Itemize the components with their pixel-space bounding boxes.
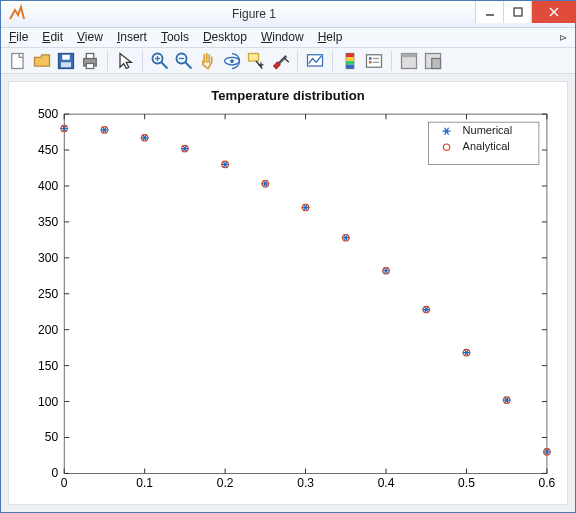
menu-bar: File Edit View Insert Tools Desktop Wind… xyxy=(1,28,575,48)
svg-line-14 xyxy=(185,62,191,68)
toolbar xyxy=(1,48,575,75)
menu-insert[interactable]: Insert xyxy=(117,30,147,44)
svg-text:0.5: 0.5 xyxy=(458,477,475,491)
chart-svg: Temperature distribution00.10.20.30.40.5… xyxy=(9,82,567,504)
svg-text:450: 450 xyxy=(38,144,58,158)
svg-rect-26 xyxy=(367,54,382,67)
svg-text:50: 50 xyxy=(45,431,59,445)
svg-text:0.4: 0.4 xyxy=(378,477,395,491)
toolbar-separator xyxy=(332,51,333,71)
svg-rect-32 xyxy=(402,53,417,57)
rotate-3d-button[interactable] xyxy=(221,50,243,72)
legend-label: Analytical xyxy=(463,141,510,153)
menu-tools[interactable]: Tools xyxy=(161,30,189,44)
svg-text:300: 300 xyxy=(38,251,58,265)
svg-text:100: 100 xyxy=(38,395,58,409)
toolbar-separator xyxy=(107,51,108,71)
svg-rect-18 xyxy=(249,53,259,61)
svg-text:0.6: 0.6 xyxy=(539,477,556,491)
maximize-button[interactable] xyxy=(503,1,531,23)
menu-edit[interactable]: Edit xyxy=(42,30,63,44)
svg-rect-7 xyxy=(86,53,94,58)
window-title: Figure 1 xyxy=(33,7,475,21)
svg-text:150: 150 xyxy=(38,359,58,373)
toolbar-separator xyxy=(391,51,392,71)
svg-rect-5 xyxy=(61,62,71,67)
svg-point-17 xyxy=(230,59,234,63)
menu-help[interactable]: Help xyxy=(318,30,343,44)
svg-text:400: 400 xyxy=(38,179,58,193)
menu-window[interactable]: Window xyxy=(261,30,304,44)
svg-rect-35 xyxy=(64,115,547,474)
svg-text:250: 250 xyxy=(38,287,58,301)
svg-line-10 xyxy=(161,62,167,68)
save-button[interactable] xyxy=(55,50,77,72)
svg-text:0.3: 0.3 xyxy=(297,477,314,491)
matlab-icon xyxy=(7,4,27,24)
svg-text:350: 350 xyxy=(38,215,58,229)
title-bar: Figure 1 xyxy=(1,1,575,28)
dock-figure-button[interactable] xyxy=(422,50,444,72)
svg-rect-1 xyxy=(514,8,522,16)
svg-rect-25 xyxy=(346,64,354,68)
insert-colorbar-button[interactable] xyxy=(339,50,361,72)
hide-tools-button[interactable] xyxy=(398,50,420,72)
pointer-button[interactable] xyxy=(114,50,136,72)
data-cursor-button[interactable] xyxy=(245,50,267,72)
svg-rect-34 xyxy=(432,58,441,68)
plot-container: Temperature distribution00.10.20.30.40.5… xyxy=(1,74,575,512)
new-figure-button[interactable] xyxy=(7,50,29,72)
zoom-in-button[interactable] xyxy=(149,50,171,72)
chart-title: Temperature distribution xyxy=(211,89,364,104)
toolbar-separator xyxy=(142,51,143,71)
menu-view[interactable]: View xyxy=(77,30,103,44)
svg-text:0: 0 xyxy=(61,477,68,491)
svg-line-19 xyxy=(279,56,287,64)
svg-text:200: 200 xyxy=(38,323,58,337)
svg-rect-23 xyxy=(346,57,354,61)
svg-rect-2 xyxy=(12,53,23,68)
menu-desktop[interactable]: Desktop xyxy=(203,30,247,44)
print-button[interactable] xyxy=(79,50,101,72)
svg-text:500: 500 xyxy=(38,108,58,122)
link-plots-button[interactable] xyxy=(304,50,326,72)
close-button[interactable] xyxy=(531,1,575,23)
minimize-button[interactable] xyxy=(475,1,503,23)
menu-file[interactable]: File xyxy=(9,30,28,44)
axes[interactable]: Temperature distribution00.10.20.30.40.5… xyxy=(9,82,567,504)
svg-text:0.2: 0.2 xyxy=(217,477,234,491)
open-button[interactable] xyxy=(31,50,53,72)
svg-rect-4 xyxy=(62,54,70,59)
svg-rect-22 xyxy=(346,53,354,57)
svg-text:0: 0 xyxy=(51,467,58,481)
svg-rect-24 xyxy=(346,61,354,65)
legend-label: Numerical xyxy=(463,125,513,137)
svg-text:0.1: 0.1 xyxy=(136,477,153,491)
menu-dropdown-icon[interactable]: ⊳ xyxy=(559,32,567,43)
toolbar-separator xyxy=(297,51,298,71)
pan-button[interactable] xyxy=(197,50,219,72)
figure-window: Figure 1 File Edit View Insert Tools Des… xyxy=(0,0,576,513)
brush-button[interactable] xyxy=(269,50,291,72)
svg-rect-8 xyxy=(86,63,94,68)
window-controls xyxy=(475,1,575,27)
insert-legend-button[interactable] xyxy=(363,50,385,72)
zoom-out-button[interactable] xyxy=(173,50,195,72)
